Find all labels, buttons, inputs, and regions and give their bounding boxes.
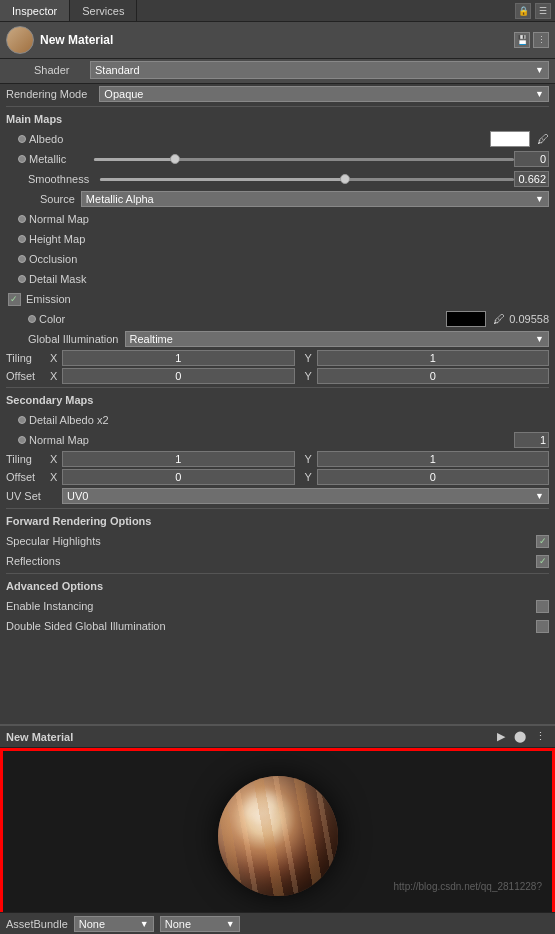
secondary-maps-title: Secondary Maps bbox=[0, 390, 555, 410]
x-label: X bbox=[50, 370, 62, 382]
offset-x-input[interactable] bbox=[62, 368, 295, 384]
source-dropdown[interactable]: Metallic Alpha ▼ bbox=[81, 191, 549, 207]
secondary-tiling-x-field: X bbox=[50, 451, 295, 467]
offset-y-input[interactable] bbox=[317, 368, 550, 384]
tab-bar: Inspector Services 🔒 ☰ bbox=[0, 0, 555, 22]
metallic-track bbox=[94, 158, 514, 161]
material-sphere bbox=[218, 776, 338, 896]
uv-set-dropdown[interactable]: UV0 ▼ bbox=[62, 488, 549, 504]
emission-checkbox[interactable] bbox=[8, 293, 21, 306]
metallic-value[interactable]: 0 bbox=[514, 151, 549, 167]
secondary-tiling-y-input[interactable] bbox=[317, 451, 550, 467]
specular-row: Specular Highlights bbox=[0, 531, 555, 551]
tiling-x-input[interactable] bbox=[62, 350, 295, 366]
advanced-options-title: Advanced Options bbox=[0, 576, 555, 596]
asset-bundle-dropdown-1[interactable]: None ▼ bbox=[74, 916, 154, 932]
asset-bundle-dropdown-2[interactable]: None ▼ bbox=[160, 916, 240, 932]
emission-label: Emission bbox=[26, 293, 71, 305]
height-map-indicator bbox=[18, 235, 26, 243]
lock-icon[interactable]: 🔒 bbox=[515, 3, 531, 19]
instancing-row: Enable Instancing bbox=[0, 596, 555, 616]
instancing-checkbox[interactable] bbox=[536, 600, 549, 613]
tab-services[interactable]: Services bbox=[70, 0, 137, 21]
main-content: Rendering Mode Opaque ▼ Main Maps Albedo… bbox=[0, 84, 555, 704]
shader-dropdown[interactable]: Standard ▼ bbox=[90, 61, 549, 79]
main-offset-row: Offset X Y bbox=[0, 367, 555, 385]
tiling-x-field: X bbox=[50, 350, 295, 366]
material-title: New Material bbox=[40, 33, 508, 47]
smoothness-fill bbox=[100, 178, 348, 181]
y-label: Y bbox=[305, 453, 317, 465]
chevron-down-icon: ▼ bbox=[226, 919, 235, 929]
albedo-label: Albedo bbox=[29, 133, 63, 145]
height-map-row: Height Map bbox=[0, 229, 555, 249]
secondary-offset-y-input[interactable] bbox=[317, 469, 550, 485]
emission-row: Emission bbox=[0, 289, 555, 309]
emission-color-swatch[interactable] bbox=[446, 311, 486, 327]
secondary-offset-y-field: Y bbox=[305, 469, 550, 485]
smoothness-thumb[interactable] bbox=[340, 174, 350, 184]
reflections-label: Reflections bbox=[6, 555, 536, 567]
emission-value: 0.09558 bbox=[509, 313, 549, 325]
uv-set-row: UV Set UV0 ▼ bbox=[0, 486, 555, 506]
detail-albedo-label: Detail Albedo x2 bbox=[29, 414, 109, 426]
main-maps-title: Main Maps bbox=[0, 109, 555, 129]
smoothness-label: Smoothness bbox=[28, 173, 100, 185]
normal-map-indicator bbox=[18, 215, 26, 223]
forward-rendering-title: Forward Rendering Options bbox=[0, 511, 555, 531]
eyedropper-icon[interactable]: 🖊 bbox=[537, 132, 549, 146]
smoothness-slider[interactable] bbox=[100, 178, 514, 181]
metallic-thumb[interactable] bbox=[170, 154, 180, 164]
smoothness-value[interactable]: 0.662 bbox=[514, 171, 549, 187]
reflections-checkbox[interactable] bbox=[536, 555, 549, 568]
albedo-row: Albedo 🖊 bbox=[0, 129, 555, 149]
specular-checkbox[interactable] bbox=[536, 535, 549, 548]
eyedropper-icon[interactable]: 🖊 bbox=[493, 312, 505, 326]
tab-inspector[interactable]: Inspector bbox=[0, 0, 70, 21]
tab-icons: 🔒 ☰ bbox=[515, 3, 555, 19]
tiling-y-field: Y bbox=[305, 350, 550, 366]
shader-label: Shader bbox=[34, 64, 84, 76]
secondary-offset-x-input[interactable] bbox=[62, 469, 295, 485]
tiling-label: Tiling bbox=[6, 352, 46, 364]
secondary-offset-row: Offset X Y bbox=[0, 468, 555, 486]
bottom-panel-icons: ▶ ⬤ ⋮ bbox=[494, 730, 549, 743]
secondary-normal-value[interactable]: 1 bbox=[514, 432, 549, 448]
tiling-y-input[interactable] bbox=[317, 350, 550, 366]
rendering-mode-label: Rendering Mode bbox=[6, 88, 87, 100]
menu-icon[interactable]: ☰ bbox=[535, 3, 551, 19]
asset-bundle-label: AssetBundle bbox=[6, 918, 68, 930]
chevron-down-icon: ▼ bbox=[535, 65, 544, 75]
header-actions: 💾 ⋮ bbox=[514, 32, 549, 48]
toggle-icon[interactable]: ⬤ bbox=[511, 730, 529, 743]
chevron-down-icon: ▼ bbox=[535, 491, 544, 501]
bottom-panel-title: New Material bbox=[6, 731, 73, 743]
emission-color-indicator bbox=[28, 315, 36, 323]
smoothness-track bbox=[100, 178, 514, 181]
uv-set-label: UV Set bbox=[6, 490, 56, 502]
gi-dropdown[interactable]: Realtime ▼ bbox=[125, 331, 550, 347]
double-sided-checkbox[interactable] bbox=[536, 620, 549, 633]
metallic-slider[interactable] bbox=[94, 158, 514, 161]
more-icon[interactable]: ⋮ bbox=[533, 32, 549, 48]
dots-icon[interactable]: ⋮ bbox=[532, 730, 549, 743]
play-icon[interactable]: ▶ bbox=[494, 730, 508, 743]
x-label: X bbox=[50, 352, 62, 364]
offset-label: Offset bbox=[6, 370, 46, 382]
detail-albedo-indicator bbox=[18, 416, 26, 424]
offset-y-field: Y bbox=[305, 368, 550, 384]
secondary-offset-label: Offset bbox=[6, 471, 46, 483]
offset-x-field: X bbox=[50, 368, 295, 384]
y-label: Y bbox=[305, 352, 317, 364]
specular-label: Specular Highlights bbox=[6, 535, 536, 547]
rendering-mode-dropdown[interactable]: Opaque ▼ bbox=[99, 86, 549, 102]
detail-albedo-row: Detail Albedo x2 bbox=[0, 410, 555, 430]
secondary-tiling-x-input[interactable] bbox=[62, 451, 295, 467]
secondary-tiling-y-field: Y bbox=[305, 451, 550, 467]
global-illumination-label: Global Illumination bbox=[28, 333, 119, 345]
y-label: Y bbox=[305, 370, 317, 382]
normal-map-label: Normal Map bbox=[29, 213, 89, 225]
albedo-color-swatch[interactable] bbox=[490, 131, 530, 147]
detail-mask-label: Detail Mask bbox=[29, 273, 86, 285]
save-icon[interactable]: 💾 bbox=[514, 32, 530, 48]
